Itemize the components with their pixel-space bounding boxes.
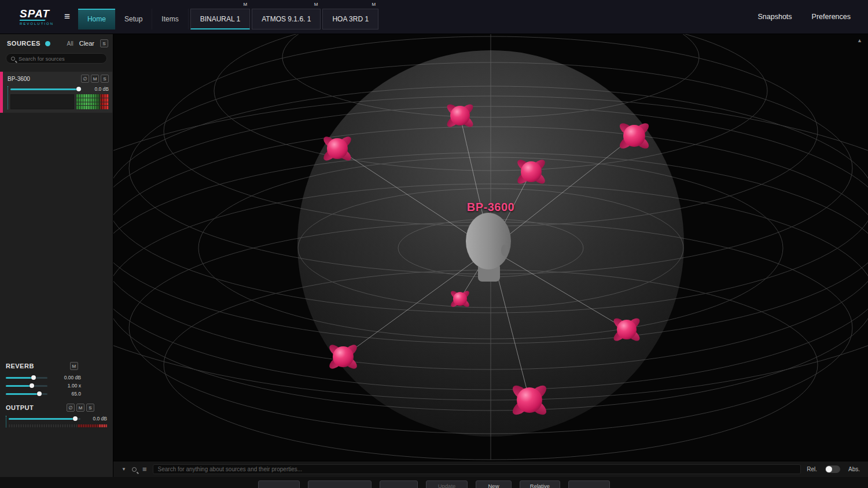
speaker-sphere [333, 346, 354, 367]
relative-button[interactable]: Relative [520, 480, 560, 488]
expand-viewport-icon[interactable]: ▲ [857, 38, 862, 43]
speaker-sphere [623, 125, 645, 147]
sources-search-input[interactable] [19, 56, 102, 62]
footer-action-bar: Update New Relative [0, 477, 868, 488]
top-bar: SPAT REVOLUTION ≡ Home Setup Items M BIN… [0, 0, 868, 34]
list-menu-icon[interactable]: ≡ [142, 465, 147, 474]
reverb-mute-button[interactable]: M [70, 362, 78, 370]
logo-subtitle: REVOLUTION [20, 22, 54, 25]
source-vu-meter [76, 94, 109, 109]
footer-button-3[interactable] [380, 480, 418, 488]
tab-label: Items [152, 9, 188, 29]
hamburger-menu-icon[interactable]: ≡ [64, 11, 70, 23]
bottom-search-bar: ▼ ≡ Rel. Abs. [113, 461, 868, 477]
vu-segment [76, 98, 109, 102]
source-gain-slider[interactable] [10, 88, 82, 90]
slider-knob[interactable] [73, 416, 78, 421]
update-button[interactable]: Update [426, 480, 468, 488]
vu-segment [76, 94, 109, 98]
sources-all-button[interactable]: All [67, 40, 73, 47]
tab-hoa-3rd-1[interactable]: M HOA 3RD 1 [322, 0, 378, 34]
reverb-gain-value: 0.00 dB [51, 375, 81, 380]
source-name: BP-3600 [8, 76, 30, 82]
speaker-sphere [453, 292, 467, 306]
output-title: OUTPUT [6, 404, 34, 411]
output-gain-slider[interactable] [9, 418, 80, 420]
footer-button-2[interactable] [308, 480, 372, 488]
sources-toggle[interactable] [45, 41, 50, 46]
speaker-sphere [450, 106, 470, 125]
mute-badge: M [322, 0, 378, 9]
tab-badge [78, 0, 115, 9]
slider-knob[interactable] [76, 87, 81, 91]
slider-knob[interactable] [31, 375, 36, 380]
relative-label: Rel. [807, 466, 817, 472]
tab-label: Home [78, 9, 115, 29]
app-window: SPAT REVOLUTION ≡ Home Setup Items M BIN… [0, 0, 868, 488]
output-bypass-button[interactable]: ∅ [67, 404, 75, 412]
tab-binaural-1[interactable]: M BINAURAL 1 [190, 0, 251, 34]
main-tabs: Home Setup Items M BINAURAL 1 M ATMOS 9.… [78, 0, 378, 34]
slider-knob[interactable] [30, 383, 34, 388]
mute-badge: M [252, 0, 321, 9]
source-solo-button[interactable]: S [101, 75, 109, 83]
sources-solo-button[interactable]: S [100, 39, 108, 47]
sources-title: SOURCES [7, 40, 41, 47]
reverb-size-slider[interactable] [6, 393, 47, 395]
vu-segment [76, 102, 109, 106]
snapshots-button[interactable]: Snapshots [758, 13, 792, 21]
filter-dropdown-icon[interactable]: ▼ [122, 467, 126, 472]
slider-fill [6, 385, 32, 387]
tab-label: ATMOS 9.1.6. 1 [252, 9, 321, 29]
app-logo: SPAT REVOLUTION [0, 0, 54, 34]
tab-atmos-9161[interactable]: M ATMOS 9.1.6. 1 [252, 0, 321, 34]
new-button[interactable]: New [476, 480, 512, 488]
reverb-time-slider[interactable] [6, 385, 47, 387]
source-item-bp3600[interactable]: BP-3600 ∅ M S 0.0 dB [0, 72, 112, 113]
sources-sidebar: SOURCES All Clear S BP-3600 ∅ M [0, 34, 113, 477]
search-icon[interactable] [132, 467, 137, 472]
3d-viewport[interactable]: BP-3600 ▲ [113, 34, 868, 461]
output-mute-button[interactable]: M [76, 404, 84, 412]
source-mute-button[interactable]: M [91, 75, 99, 83]
vu-segment [76, 106, 109, 109]
reverb-title: REVERB [6, 363, 34, 369]
source-3d-label: BP-3600 [467, 201, 514, 214]
speaker-sphere [521, 161, 542, 182]
tab-setup[interactable]: Setup [115, 0, 152, 34]
reverb-gain-slider[interactable] [6, 377, 47, 379]
speaker-sphere [617, 320, 637, 339]
speaker-sphere [517, 387, 542, 413]
slider-fill [6, 393, 39, 395]
tab-home[interactable]: Home [78, 0, 115, 34]
tab-label: Setup [115, 9, 152, 29]
footer-button-7[interactable] [568, 480, 610, 488]
source-bypass-button[interactable]: ∅ [81, 75, 89, 83]
global-search-input[interactable] [153, 464, 801, 474]
sources-search-box [6, 53, 107, 64]
slider-fill [10, 88, 79, 90]
slider-fill [6, 377, 34, 379]
tab-items[interactable]: Items [152, 0, 188, 34]
tab-badge [152, 0, 188, 9]
sidebar-spacer [0, 427, 113, 477]
3d-scene[interactable] [113, 34, 868, 461]
sources-header: SOURCES All Clear S [0, 34, 113, 47]
slider-fill [9, 418, 75, 420]
search-icon [11, 57, 15, 61]
sources-clear-button[interactable]: Clear [79, 40, 94, 47]
preferences-button[interactable]: Preferences [812, 13, 851, 21]
output-solo-button[interactable]: S [86, 404, 94, 412]
reverb-time-value: 1.00 x [51, 383, 81, 389]
reverb-panel: REVERB M 0.00 dB [0, 362, 113, 397]
speaker-sphere [327, 138, 348, 159]
output-panel: OUTPUT ∅ M S 0.0 dB [0, 404, 113, 427]
footer-button-1[interactable] [258, 480, 300, 488]
rel-abs-toggle[interactable] [825, 465, 840, 473]
slider-knob[interactable] [37, 391, 42, 396]
absolute-label: Abs. [848, 466, 860, 472]
tab-badge [115, 0, 152, 9]
tab-label: BINAURAL 1 [190, 9, 251, 29]
source-waveform-area [10, 94, 74, 109]
toggle-knob [826, 466, 832, 472]
